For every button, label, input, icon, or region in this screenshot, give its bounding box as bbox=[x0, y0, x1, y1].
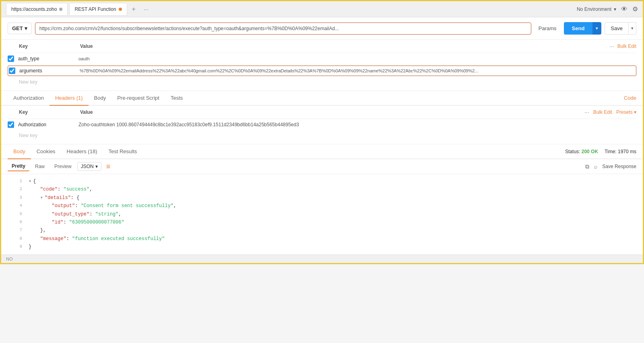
save-arrow-button[interactable]: ▾ bbox=[629, 22, 636, 35]
params-bulk-edit-button[interactable]: Bulk Edit bbox=[617, 43, 636, 49]
params-table: Key Value ··· Bulk Edit auth_type oauth … bbox=[1, 40, 643, 91]
tab-rest-api-label: REST API Function bbox=[74, 6, 116, 12]
tab-rest-api[interactable]: REST API Function bbox=[69, 3, 127, 16]
code-link[interactable]: Code bbox=[624, 91, 636, 105]
environment-select[interactable]: No Environment ▾ bbox=[577, 6, 616, 12]
headers-more-button[interactable]: ··· bbox=[584, 109, 589, 115]
collapse-arrow-3[interactable]: ▾ bbox=[40, 195, 43, 201]
params-actions: ··· Bulk Edit bbox=[609, 43, 636, 49]
params-button[interactable]: Params bbox=[535, 23, 561, 34]
headers-key-header: Key bbox=[8, 109, 80, 115]
params-key-header: Key bbox=[8, 43, 80, 49]
json-line-4: 4 "output": "Consent form sent successfu… bbox=[1, 202, 643, 210]
format-right-icons: ⧉ ⌕ Save Response bbox=[585, 163, 636, 170]
headers-presets-button[interactable]: Presets ▾ bbox=[616, 109, 636, 115]
top-bar: https://accounts.zoho REST API Function … bbox=[1, 1, 643, 17]
resp-tab-body[interactable]: Body bbox=[8, 144, 31, 159]
line-number-2: 2 bbox=[8, 185, 22, 193]
chevron-down-icon: ▾ bbox=[614, 6, 616, 12]
tab-accounts-label: https://accounts.zoho bbox=[11, 6, 57, 12]
json-line-3: 3 ▾"details": { bbox=[1, 194, 643, 202]
param-auth-type-value: oauth bbox=[78, 56, 636, 61]
headers-new-key-row: New key bbox=[8, 130, 636, 141]
headers-bulk-edit-button[interactable]: Bulk Edit bbox=[593, 109, 612, 115]
resp-tab-headers[interactable]: Headers (18) bbox=[61, 144, 103, 159]
json-line-8: 8 "message": "function executed successf… bbox=[1, 235, 643, 243]
json-line-2: 2 "code": "success", bbox=[1, 185, 643, 193]
line-number-9: 9 bbox=[8, 243, 22, 251]
tab-headers[interactable]: Headers (1) bbox=[50, 91, 89, 106]
headers-table: Key Value ··· Bulk Edit Presets ▾ Author… bbox=[1, 106, 643, 144]
tab-tests[interactable]: Tests bbox=[165, 91, 188, 106]
format-select-label: JSON bbox=[81, 164, 94, 169]
line-number-7: 7 bbox=[8, 226, 22, 234]
headers-new-key-placeholder: New key bbox=[19, 133, 37, 138]
tab-authorization[interactable]: Authorization bbox=[8, 91, 50, 106]
save-response-button[interactable]: Save Response bbox=[602, 164, 636, 169]
method-select[interactable]: GET ▾ bbox=[8, 23, 32, 34]
wrap-icon[interactable]: ≡ bbox=[106, 162, 111, 171]
line-number-1: 1 bbox=[8, 177, 22, 185]
collapse-arrow-1[interactable]: ▾ bbox=[29, 179, 31, 184]
more-tabs-button[interactable]: ··· bbox=[140, 4, 152, 14]
line-number-5: 5 bbox=[8, 210, 22, 218]
time-label: Time: 1970 ms bbox=[605, 149, 636, 154]
params-more-button[interactable]: ··· bbox=[609, 43, 614, 49]
line-number-3: 3 bbox=[8, 194, 22, 201]
json-line-6: 6 "id": "63095000000077006" bbox=[1, 218, 643, 226]
response-status: Status: 200 OK Time: 1970 ms bbox=[565, 149, 636, 154]
environment-label: No Environment bbox=[577, 6, 611, 12]
chevron-down-icon: ▾ bbox=[25, 25, 27, 31]
fmt-tab-pretty[interactable]: Pretty bbox=[8, 162, 29, 171]
top-right-controls: No Environment ▾ 👁 ⚙ bbox=[577, 5, 638, 13]
send-button[interactable]: Send bbox=[564, 22, 593, 35]
bottom-label: NO bbox=[6, 257, 13, 261]
response-tabs: Body Cookies Headers (18) Test Results S… bbox=[1, 144, 643, 159]
params-new-key-placeholder: New key bbox=[19, 79, 37, 85]
param-arguments-value: %7B%0D%0A%09%22emailAddress%22%3A%22abc%… bbox=[80, 68, 635, 73]
chevron-down-icon: ▾ bbox=[95, 164, 98, 169]
save-button[interactable]: Save bbox=[605, 22, 629, 35]
header-authorization-value: Zoho-oauthtoken 1000.8607494449c8bc1e392… bbox=[78, 122, 636, 127]
url-input[interactable]: https://crm.zoho.com/crm/v2/functions/su… bbox=[35, 23, 531, 35]
params-table-header: Key Value ··· Bulk Edit bbox=[8, 40, 636, 53]
json-line-1: 1 ▾{ bbox=[1, 177, 643, 185]
request-tabs: Authorization Headers (1) Body Pre-reque… bbox=[1, 91, 643, 106]
tab-rest-api-dot bbox=[119, 8, 122, 11]
param-arguments-key: arguments bbox=[19, 68, 80, 74]
copy-button[interactable]: ⧉ bbox=[585, 163, 589, 170]
fmt-tab-raw[interactable]: Raw bbox=[31, 162, 49, 171]
settings-icon[interactable]: ⚙ bbox=[632, 5, 638, 13]
fmt-tab-preview[interactable]: Preview bbox=[50, 162, 76, 171]
tab-pre-request-script[interactable]: Pre-request Script bbox=[111, 91, 165, 106]
tab-body[interactable]: Body bbox=[89, 91, 112, 106]
add-tab-button[interactable]: + bbox=[129, 4, 139, 14]
tab-accounts-dot bbox=[59, 8, 62, 11]
header-authorization-key: Authorization bbox=[18, 122, 78, 127]
method-label: GET bbox=[12, 25, 23, 31]
request-bar: GET ▾ https://crm.zoho.com/crm/v2/functi… bbox=[1, 17, 643, 40]
resp-tab-cookies[interactable]: Cookies bbox=[31, 144, 61, 159]
header-authorization-checkbox[interactable] bbox=[8, 121, 14, 128]
time-value: 1970 ms bbox=[618, 149, 636, 154]
params-value-header: Value bbox=[80, 43, 609, 49]
save-button-group: Save ▾ bbox=[605, 22, 636, 35]
headers-actions: ··· Bulk Edit Presets ▾ bbox=[584, 109, 636, 115]
line-number-8: 8 bbox=[8, 235, 22, 242]
param-auth-type-checkbox[interactable] bbox=[8, 55, 14, 62]
json-line-9: 9 } bbox=[1, 243, 643, 251]
json-line-7: 7 }, bbox=[1, 226, 643, 234]
param-row-auth-type: auth_type oauth bbox=[8, 53, 636, 65]
header-row-authorization: Authorization Zoho-oauthtoken 1000.86074… bbox=[8, 119, 636, 130]
tab-accounts[interactable]: https://accounts.zoho bbox=[6, 3, 68, 16]
resp-tab-test-results[interactable]: Test Results bbox=[103, 144, 142, 159]
format-select[interactable]: JSON ▾ bbox=[77, 162, 101, 171]
eye-icon[interactable]: 👁 bbox=[621, 6, 627, 13]
param-arguments-checkbox[interactable] bbox=[9, 68, 15, 74]
format-bar: Pretty Raw Preview JSON ▾ ≡ ⧉ ⌕ Save Res… bbox=[1, 159, 643, 174]
param-auth-type-key: auth_type bbox=[18, 56, 78, 62]
send-arrow-button[interactable]: ▾ bbox=[592, 22, 601, 35]
browser-tabs: https://accounts.zoho REST API Function … bbox=[6, 3, 152, 16]
search-icon[interactable]: ⌕ bbox=[594, 163, 597, 170]
line-number-6: 6 bbox=[8, 218, 22, 226]
